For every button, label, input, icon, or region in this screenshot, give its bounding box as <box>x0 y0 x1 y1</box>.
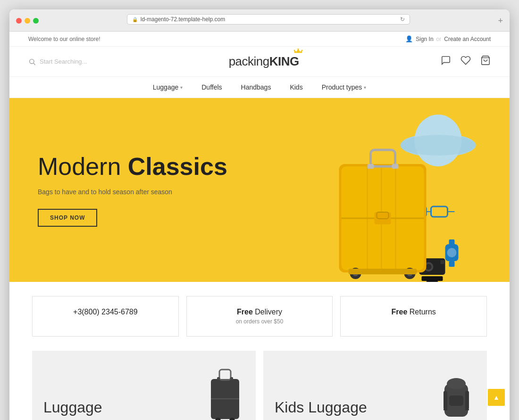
chevron-down-icon: ▾ <box>180 85 183 90</box>
hero-image <box>234 98 510 282</box>
user-icon: 👤 <box>405 35 413 42</box>
nav-luggage[interactable]: Luggage ▾ <box>153 83 183 91</box>
svg-rect-24 <box>427 281 438 282</box>
info-boxes: +3(800) 2345-6789 Free Delivery on order… <box>9 282 510 351</box>
delivery-free: Free <box>237 308 253 316</box>
svg-rect-34 <box>368 164 374 169</box>
chevron-down-icon-2: ▾ <box>364 85 366 90</box>
lock-icon: 🔒 <box>132 17 138 22</box>
url-text: ld-magento-72.template-help.com <box>141 16 225 23</box>
close-button[interactable] <box>16 18 22 24</box>
svg-rect-47 <box>230 377 233 380</box>
info-box-phone: +3(800) 2345-6789 <box>32 296 179 337</box>
svg-rect-18 <box>449 261 455 267</box>
luggage-title: Luggage <box>43 400 102 415</box>
nav-duffels[interactable]: Duffels <box>201 83 222 91</box>
search-bar[interactable]: Start Searching... <box>28 58 87 66</box>
top-bar: Welcome to our online store! 👤 Sign In o… <box>9 32 510 47</box>
svg-rect-50 <box>449 395 463 406</box>
logo-text: packingKING <box>229 54 299 69</box>
refresh-button[interactable]: ↻ <box>400 16 405 23</box>
svg-rect-33 <box>371 150 395 166</box>
svg-rect-22 <box>441 260 444 264</box>
returns-text: Returns <box>407 308 435 316</box>
svg-rect-17 <box>449 239 455 245</box>
wishlist-icon[interactable] <box>460 55 471 68</box>
phone-number: +3(800) 2345-6789 <box>42 308 169 316</box>
cart-icon[interactable] <box>480 55 491 68</box>
logo[interactable]: packingKING <box>229 54 299 69</box>
new-tab-button[interactable]: + <box>498 16 503 25</box>
minimize-button[interactable] <box>25 18 30 24</box>
svg-line-1 <box>33 63 35 65</box>
svg-rect-52 <box>465 391 469 410</box>
delivery-title: Free Delivery <box>196 308 323 316</box>
nav-kids[interactable]: Kids <box>290 83 302 91</box>
info-box-returns: Free Returns <box>340 296 487 337</box>
hero-title: Modern Classics <box>38 153 227 180</box>
header: Start Searching... packingKING <box>9 47 510 77</box>
hero-title-bold: Classics <box>128 153 227 180</box>
nav-product-types[interactable]: Product types ▾ <box>322 83 367 91</box>
luggage-image <box>204 365 246 420</box>
site-content: Welcome to our online store! 👤 Sign In o… <box>9 32 510 420</box>
shop-now-button[interactable]: SHOP NOW <box>38 209 97 227</box>
hero-title-light: Modern <box>38 153 128 180</box>
svg-rect-46 <box>217 377 220 380</box>
signin-link[interactable]: Sign In <box>416 36 433 42</box>
delivery-subtitle: on orders over $50 <box>196 318 323 325</box>
kids-luggage-title: Kids Luggage <box>275 400 367 415</box>
arrow-up-icon: ▲ <box>493 394 500 401</box>
scroll-to-top-button[interactable]: ▲ <box>488 389 505 406</box>
address-bar[interactable]: 🔒 ld-magento-72.template-help.com ↻ <box>127 14 410 25</box>
svg-point-5 <box>301 50 302 51</box>
hero-description: Bags to have and to hold season after se… <box>38 188 227 196</box>
svg-rect-11 <box>431 206 448 217</box>
hero-illustration <box>234 98 510 282</box>
hero-content: Modern Classics Bags to have and to hold… <box>9 134 256 245</box>
svg-rect-40 <box>349 269 417 274</box>
search-placeholder: Start Searching... <box>40 58 87 65</box>
maximize-button[interactable] <box>33 18 39 24</box>
create-account-link[interactable]: Create an Account <box>444 36 491 42</box>
top-bar-right: 👤 Sign In or Create an Account <box>405 35 491 42</box>
svg-rect-51 <box>444 391 447 410</box>
svg-point-9 <box>401 135 476 156</box>
browser-window: 🔒 ld-magento-72.template-help.com ↻ + We… <box>9 9 510 420</box>
crown-icon <box>293 49 303 53</box>
browser-controls: 🔒 ld-magento-72.template-help.com ↻ + <box>16 14 503 27</box>
category-kids-luggage[interactable]: Kids Luggage <box>263 351 487 420</box>
svg-rect-23 <box>422 276 443 281</box>
svg-rect-35 <box>392 164 399 169</box>
category-luggage[interactable]: Luggage <box>32 351 256 420</box>
welcome-message: Welcome to our online store! <box>28 36 100 42</box>
svg-point-0 <box>30 59 34 63</box>
nav-handbags[interactable]: Handbags <box>241 83 271 91</box>
header-icons <box>441 55 491 68</box>
svg-point-21 <box>426 264 432 270</box>
info-box-delivery: Free Delivery on orders over $50 <box>186 296 333 337</box>
logo-packing: packing <box>229 54 269 69</box>
kids-luggage-image <box>435 365 477 420</box>
separator: or <box>436 36 442 42</box>
svg-point-16 <box>447 248 457 257</box>
chat-icon[interactable] <box>441 55 451 68</box>
browser-chrome: 🔒 ld-magento-72.template-help.com ↻ + <box>9 9 510 32</box>
hero-banner: Modern Classics Bags to have and to hold… <box>9 98 510 282</box>
returns-title: Free Returns <box>350 308 477 316</box>
returns-free: Free <box>392 308 408 316</box>
delivery-text: Delivery <box>253 308 282 316</box>
search-icon <box>28 58 36 66</box>
category-section: Luggage Kids Luggage <box>9 351 510 420</box>
svg-rect-43 <box>219 370 231 380</box>
svg-point-3 <box>293 50 295 51</box>
main-nav: Luggage ▾ Duffels Handbags Kids Product … <box>9 77 510 98</box>
svg-point-49 <box>447 378 466 389</box>
logo-king: KING <box>269 54 299 69</box>
